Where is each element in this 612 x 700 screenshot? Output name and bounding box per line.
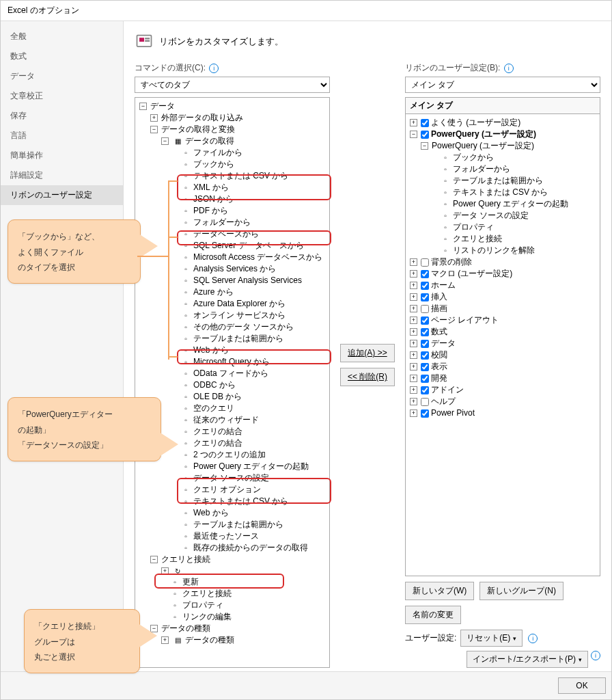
collapse-icon[interactable]: −	[139, 103, 147, 110]
tree-leaf[interactable]: ▫データベースから	[171, 228, 328, 240]
tree-leaf[interactable]: ▫フォルダーから	[430, 163, 598, 175]
reset-dropdown[interactable]: リセット(E)	[460, 630, 523, 647]
tab-item[interactable]: +ページ レイアウト	[408, 314, 598, 326]
sidebar-item-advanced[interactable]: 詳細設定	[1, 165, 123, 185]
checkbox[interactable]	[421, 351, 429, 360]
expand-icon[interactable]: +	[410, 351, 417, 359]
tree-leaf[interactable]: ▫Microsoft Access データベースから	[171, 252, 328, 263]
checkbox[interactable]	[421, 375, 429, 383]
expand-icon[interactable]: +	[410, 363, 417, 371]
commands-tree[interactable]: −データ +外部データの取り込み −データの取得と変換 −▦データの取得	[135, 97, 330, 668]
new-tab-button[interactable]: 新しいタブ(W)	[405, 582, 474, 600]
tab-item[interactable]: +マクロ (ユーザー設定)	[408, 268, 598, 280]
tab-item[interactable]: +データ	[408, 338, 598, 349]
tree-leaf[interactable]: ▫最近使ったソース	[171, 530, 328, 542]
tab-item[interactable]: +ホーム	[408, 280, 598, 291]
expand-icon[interactable]: +	[161, 636, 169, 644]
checkbox[interactable]	[421, 363, 429, 371]
tree-leaf[interactable]: ▫Azure から	[171, 286, 328, 298]
tree-leaf[interactable]: ▫ODBC から	[171, 379, 328, 391]
tree-leaf[interactable]: ▫更新	[160, 576, 328, 588]
expand-icon[interactable]: +	[150, 114, 158, 122]
tree-leaf[interactable]: ▫XML から	[171, 182, 328, 193]
tree-leaf[interactable]: ▫その他のデータ ソースから	[171, 321, 328, 333]
checkbox[interactable]	[421, 317, 429, 325]
expand-icon[interactable]: +	[410, 340, 417, 347]
tree-leaf[interactable]: ▫既存の接続からのデータの取得	[171, 542, 328, 554]
expand-icon[interactable]: +	[410, 328, 417, 336]
tab-item[interactable]: +数式	[408, 326, 598, 338]
expand-icon[interactable]: +	[410, 317, 417, 324]
tree-leaf[interactable]: ▫JSON から	[171, 193, 328, 205]
checkbox[interactable]	[421, 398, 429, 406]
tree-leaf[interactable]: ▫テーブルまたは範囲から	[171, 519, 328, 530]
expand-icon[interactable]: +	[410, 282, 417, 289]
tree-leaf[interactable]: ▫従来のウィザード	[171, 414, 328, 426]
tab-item[interactable]: +表示	[408, 361, 598, 373]
checkbox[interactable]	[421, 282, 429, 290]
ribbon-dropdown[interactable]: メイン タブ	[405, 77, 600, 93]
collapse-icon[interactable]: −	[410, 131, 417, 138]
tree-leaf[interactable]: ▫クエリの結合	[171, 438, 328, 449]
tree-leaf[interactable]: ▫クエリと接続	[160, 588, 328, 600]
checkbox[interactable]	[421, 409, 429, 418]
tree-leaf[interactable]: ▫データ ソースの設定	[171, 472, 328, 484]
checkbox[interactable]	[421, 386, 429, 394]
tree-leaf[interactable]: ▫ファイルから	[171, 147, 328, 159]
tree-leaf[interactable]: ▫プロパティ	[160, 600, 328, 611]
sidebar-item-customize-ribbon[interactable]: リボンのユーザー設定	[1, 185, 123, 205]
tree-leaf[interactable]: ▫プロパティ	[430, 221, 598, 233]
sidebar-item-formulas[interactable]: 数式	[1, 46, 123, 66]
tree-leaf[interactable]: ▫Web から	[171, 345, 328, 356]
expand-icon[interactable]: +	[410, 270, 417, 278]
info-icon[interactable]: i	[209, 64, 219, 73]
info-icon[interactable]: i	[528, 634, 538, 643]
tree-leaf[interactable]: ▫リストのリンクを解除	[430, 245, 598, 256]
tree-leaf[interactable]: ▫Web から	[171, 507, 328, 519]
expand-icon[interactable]: +	[410, 409, 417, 417]
tree-leaf[interactable]: ▫Power Query エディターの起動	[430, 198, 598, 210]
tree-leaf[interactable]: ▫テキストまたは CSV から	[171, 496, 328, 507]
sidebar-item-proofing[interactable]: 文章校正	[1, 86, 123, 106]
import-export-dropdown[interactable]: インポート/エクスポート(P)	[467, 651, 588, 668]
tree-leaf[interactable]: ▫Analysis Services から	[171, 263, 328, 275]
tree-leaf[interactable]: ▫クエリと接続	[430, 233, 598, 245]
tree-leaf[interactable]: ▫OData フィードから	[171, 368, 328, 379]
tree-leaf[interactable]: ▫フォルダーから	[171, 217, 328, 228]
tree-leaf[interactable]: ▫Azure Data Explorer から	[171, 298, 328, 310]
checkbox[interactable]	[421, 131, 429, 139]
tree-leaf[interactable]: ▫SQL Server Analysis Services	[171, 275, 328, 286]
tree-leaf[interactable]: ▫ブックから	[430, 152, 598, 163]
tree-leaf[interactable]: ▫空のクエリ	[171, 403, 328, 414]
checkbox[interactable]	[421, 305, 429, 313]
tab-item[interactable]: +アドイン	[408, 384, 598, 396]
add-button[interactable]: 追加(A) >>	[340, 344, 394, 362]
sidebar-item-accessibility[interactable]: 簡単操作	[1, 146, 123, 165]
tree-leaf[interactable]: ▫クエリの結合	[171, 426, 328, 438]
tab-item[interactable]: +背景の削除	[408, 256, 598, 268]
expand-icon[interactable]: +	[410, 398, 417, 405]
tree-leaf[interactable]: ▫2 つのクエリの追加	[171, 449, 328, 461]
tree-leaf[interactable]: ▫オンライン サービスから	[171, 310, 328, 321]
tree-leaf[interactable]: ▫テーブルまたは範囲から	[171, 333, 328, 345]
expand-icon[interactable]: +	[410, 293, 417, 301]
tree-leaf[interactable]: ▫リンクの編集	[160, 611, 328, 623]
tree-leaf[interactable]: ▫Power Query エディターの起動	[171, 461, 328, 472]
tree-leaf[interactable]: ▫データ ソースの設定	[430, 210, 598, 221]
tab-item[interactable]: +Power Pivot	[408, 407, 598, 419]
tab-item[interactable]: +ヘルプ	[408, 396, 598, 407]
info-icon[interactable]: i	[591, 651, 600, 660]
tab-item[interactable]: +描画	[408, 303, 598, 314]
expand-icon[interactable]: +	[161, 567, 169, 575]
checkbox[interactable]	[421, 270, 429, 278]
collapse-icon[interactable]: −	[150, 556, 158, 563]
sidebar-item-save[interactable]: 保存	[1, 106, 123, 126]
remove-button[interactable]: << 削除(R)	[340, 368, 395, 386]
collapse-icon[interactable]: −	[150, 126, 158, 133]
sidebar-item-language[interactable]: 言語	[1, 126, 123, 146]
new-group-button[interactable]: 新しいグループ(N)	[479, 582, 564, 600]
tab-item[interactable]: +校閲	[408, 349, 598, 361]
expand-icon[interactable]: +	[410, 258, 417, 266]
ok-button[interactable]: OK	[558, 677, 606, 694]
checkbox[interactable]	[421, 119, 429, 127]
